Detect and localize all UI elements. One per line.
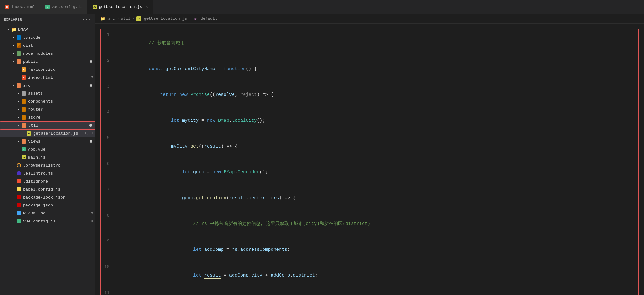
token: ((	[199, 144, 204, 149]
tab-vue-config[interactable]: V vue.config.js	[40, 0, 88, 14]
token: Promise	[190, 92, 210, 97]
no-chevron	[16, 67, 21, 72]
app-vue-label: App.vue	[28, 147, 95, 152]
sidebar-item-pkg[interactable]: package.json	[0, 201, 95, 209]
bmap-folder-icon: 📁	[11, 27, 17, 32]
token: let	[182, 170, 193, 175]
sidebar-item-pkglock[interactable]: package-lock.json	[0, 193, 95, 201]
sidebar-item-gitignore[interactable]: .gitignore	[0, 177, 95, 185]
line-content-4: let myCity = new BMap.LocalCity();	[116, 108, 638, 134]
line-num-6: 6	[101, 159, 116, 168]
router-icon	[21, 107, 26, 112]
token: rs	[273, 195, 279, 201]
sidebar-item-node-modules[interactable]: node_modules	[0, 49, 95, 57]
no-chevron-10	[11, 195, 16, 200]
token: rs	[232, 247, 237, 252]
get-user-location-badge: 1, U	[85, 132, 93, 135]
sidebar-item-babel[interactable]: babel.config.js	[0, 185, 95, 193]
token: () {	[246, 66, 257, 72]
sidebar-item-browserslist[interactable]: .browserslistrc	[0, 161, 95, 169]
line-content-8: // rs 中携带着所有的定位信息, 这里只获取了城市(city)和所在的区(d…	[116, 211, 638, 237]
views-label: views	[28, 139, 95, 144]
token: ();	[260, 170, 268, 175]
sidebar-item-store[interactable]: store	[0, 113, 95, 121]
sidebar-item-assets[interactable]: assets	[0, 89, 95, 97]
line-content-6: let geoc = new BMap.Geocoder();	[116, 159, 638, 185]
explorer-title: EXPLORER	[4, 18, 22, 22]
breadcrumb-js-icon: JS	[136, 16, 141, 21]
token: ) => {	[279, 195, 296, 201]
code-line-4: 4 let myCity = new BMap.LocalCity();	[101, 108, 638, 134]
code-line-7: 7 geoc.getLocation(result.center, (rs) =…	[101, 185, 638, 211]
dist-folder-icon	[16, 43, 22, 48]
sidebar-item-favicon[interactable]: ★ favicon.ico	[0, 65, 95, 73]
sidebar-item-vueconfig[interactable]: vue.config.js U	[0, 217, 95, 225]
sidebar-item-get-user-location[interactable]: JS getUserLocation.js 1, U	[0, 129, 95, 137]
node-modules-label: node_modules	[23, 51, 95, 56]
line-num-11: 11	[101, 289, 116, 295]
token: ;	[287, 247, 290, 252]
tab-get-user-location[interactable]: JS getUserLocation.js ×	[88, 0, 153, 14]
token: get	[190, 144, 199, 149]
sidebar-item-eslint[interactable]: .eslintrc.js	[0, 169, 95, 177]
token: result	[229, 195, 246, 201]
token: =	[224, 247, 232, 252]
line-content-7: geoc.getLocation(result.center, (rs) => …	[116, 185, 638, 211]
sidebar-item-util[interactable]: util	[0, 121, 95, 129]
line-content-5: myCity.get((result) => {	[116, 134, 638, 159]
eslint-label: .eslintrc.js	[23, 171, 95, 176]
store-label: store	[28, 115, 95, 120]
chevron-router	[16, 107, 21, 112]
token	[149, 273, 193, 278]
sidebar-item-main-js[interactable]: JS main.js	[0, 153, 95, 161]
index-html-badge: M	[91, 76, 93, 79]
tab-index-html[interactable]: H index.html	[0, 0, 40, 14]
line-num-1: 1	[101, 30, 116, 39]
chevron-util	[16, 123, 21, 128]
sidebar-item-src[interactable]: src	[0, 81, 95, 89]
sidebar-item-index-html[interactable]: H index.html M	[0, 73, 95, 81]
chevron-assets	[16, 91, 21, 96]
sidebar-item-components[interactable]: components	[0, 97, 95, 105]
token: =	[199, 118, 207, 123]
code-line-1: 1 // 获取当前城市	[101, 30, 638, 56]
index-html-label: index.html	[28, 75, 95, 80]
sidebar-item-router[interactable]: router	[0, 105, 95, 113]
vue-file-icon: V	[45, 5, 50, 9]
token: ) => {	[221, 144, 237, 149]
sidebar-item-app-vue[interactable]: V App.vue	[0, 145, 95, 153]
code-container[interactable]: 1 // 获取当前城市 2 const getCurrentCityName =…	[95, 24, 644, 295]
token	[149, 221, 193, 226]
token: ;	[315, 273, 318, 278]
explorer-menu-button[interactable]: ···	[82, 17, 92, 22]
token	[149, 92, 160, 97]
chevron-bmap	[6, 27, 11, 32]
breadcrumb-util: util	[121, 16, 130, 21]
token: resolve	[215, 92, 235, 97]
sidebar-item-views[interactable]: views	[0, 137, 95, 145]
tab-label-vue-config: vue.config.js	[51, 5, 82, 9]
line-content-1: // 获取当前城市	[116, 30, 638, 56]
tab-label-get-user-location: getUserLocation.js	[99, 5, 142, 9]
sidebar-item-public[interactable]: public	[0, 57, 95, 65]
chevron-node-modules	[11, 51, 16, 56]
breadcrumb-file: getUserLocation.js	[144, 16, 187, 21]
no-chevron-6	[11, 163, 16, 168]
token: center	[248, 195, 265, 201]
src-folder-icon	[16, 83, 22, 88]
vscode-label: .vscode	[23, 35, 95, 40]
breadcrumb-sep-3: ›	[189, 17, 191, 21]
main-js-icon: JS	[21, 155, 26, 160]
sidebar-item-readme[interactable]: README.md M	[0, 209, 95, 217]
line-num-4: 4	[101, 108, 116, 116]
chevron-components	[16, 99, 21, 104]
views-icon	[21, 139, 26, 144]
tab-close-button[interactable]: ×	[146, 5, 148, 9]
assets-label: assets	[28, 91, 95, 96]
html-file-icon: H	[5, 5, 9, 9]
store-icon	[21, 115, 26, 120]
sidebar-item-bmap-root[interactable]: 📁 BMAP	[0, 26, 95, 33]
token: LocalCity	[232, 118, 257, 123]
sidebar-item-dist[interactable]: dist	[0, 41, 95, 49]
sidebar-item-vscode[interactable]: .vscode	[0, 33, 95, 41]
